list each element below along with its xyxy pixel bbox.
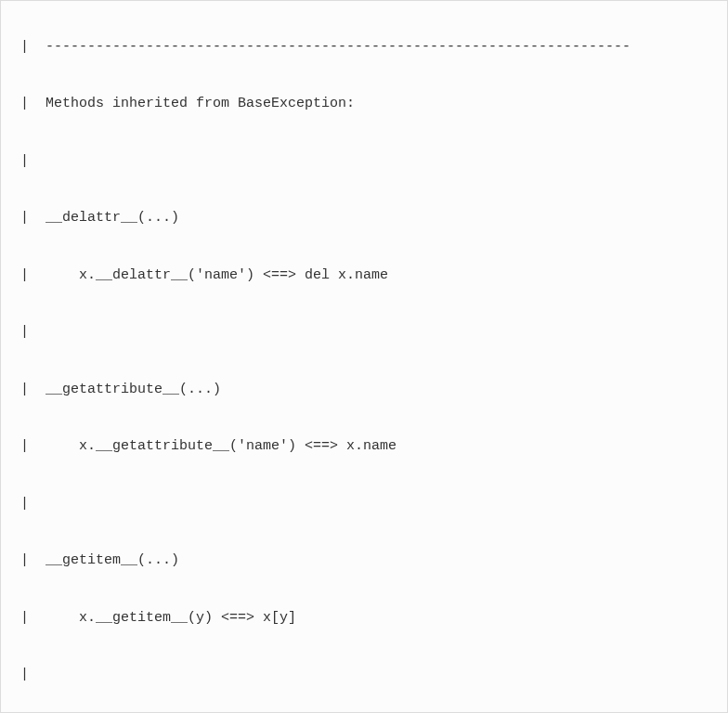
code-line: | __getattribute__(...) [1, 376, 727, 405]
code-line: | [1, 661, 727, 690]
code-line: | [1, 148, 727, 176]
code-line: | [1, 318, 727, 347]
code-line: | x.__getattribute__('name') <==> x.name [1, 433, 727, 461]
code-line: | x.__getitem__(y) <==> x[y] [1, 604, 727, 633]
code-line: | x.__delattr__('name') <==> del x.name [1, 262, 727, 291]
code-line: | Methods inherited from BaseException: [1, 90, 727, 119]
code-line: | __getitem__(...) [1, 547, 727, 576]
help-text-block: | --------------------------------------… [0, 0, 728, 713]
code-line: | [1, 490, 727, 519]
code-line: | __delattr__(...) [1, 204, 727, 233]
code-line: | --------------------------------------… [1, 33, 727, 62]
